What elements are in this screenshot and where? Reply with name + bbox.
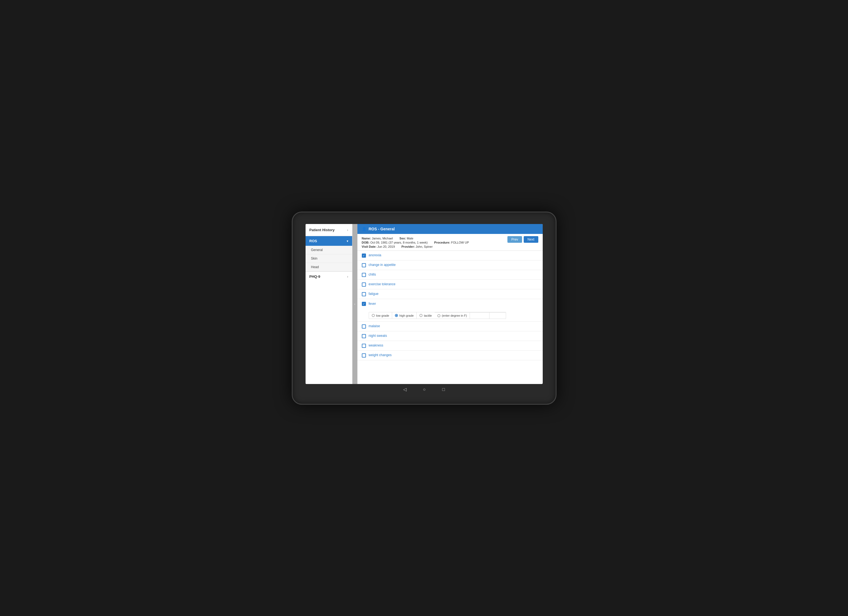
fever-options-row2: (enter degree in F) [434,312,506,319]
patient-history-arrow-icon: › [347,228,348,232]
degree-extra [489,313,506,319]
form-area: anorexia change in appetite chills exerc… [357,251,543,384]
main-title: ROS - General [369,227,395,231]
next-button[interactable]: Next [524,236,538,243]
checkbox-chills[interactable] [362,273,366,277]
nav-buttons-container: Prev Next [507,236,538,243]
title-prefix: ROS - [369,227,381,231]
fever-option-high-grade[interactable]: high grade [392,312,417,319]
dob-field: DOB: Oct 09, 1981 (37 years, 8 months, 1… [362,241,428,244]
user-icon: 👤 [362,227,366,231]
sidebar-sub-item-skin[interactable]: Skin [305,254,352,263]
patient-info-row1: Name: James, Michael Sex: Male Prev Next [362,237,538,240]
checkbox-anorexia[interactable] [362,254,366,258]
radio-low-grade[interactable] [372,314,375,317]
sex-value: Male [407,237,414,240]
sidebar-sub-item-general[interactable]: General [305,246,352,254]
name-label: Name: James, Michael [362,237,393,240]
dob-value: Oct 09, 1981 (37 years, 8 months, 1 week… [371,241,428,244]
label-anorexia[interactable]: anorexia [369,253,381,257]
radio-tactile[interactable] [420,314,423,317]
checkbox-weight-changes[interactable] [362,353,366,358]
degree-label: (enter degree in F) [442,314,467,317]
high-grade-label: high grade [399,314,414,317]
patient-history-label: Patient History [310,228,335,232]
radio-high-grade[interactable] [395,314,398,317]
sidebar: Patient History › ROS ▾ General Skin Hea… [305,224,353,384]
sex-field: Sex: Male [400,237,414,240]
phq9-arrow-icon: › [347,275,348,279]
patient-history-nav[interactable]: Patient History › [305,224,352,236]
label-weight-changes[interactable]: weight changes [369,353,391,357]
ros-label: ROS [310,239,317,243]
form-item-change-in-appetite: change in appetite [357,260,543,270]
low-grade-label: low grade [376,314,389,317]
degree-input[interactable] [471,314,488,317]
provider-value: John, Spiner [416,245,433,248]
main-header: 👤 ROS - General [357,224,543,234]
form-item-fever: fever low grade high grad [357,299,543,322]
prev-button[interactable]: Prev [507,236,522,243]
provider-field: Provider: John, Spiner [402,245,433,248]
label-exercise-tolerance[interactable]: exercise tolerance [369,282,396,286]
collapse-icon: ‹ [354,303,355,306]
sidebar-item-phq9[interactable]: PHQ-9 › [305,272,352,281]
checkbox-change-in-appetite[interactable] [362,263,366,267]
tablet-nav-bar: ◁ ○ □ [403,387,445,392]
checkbox-malaise[interactable] [362,324,366,328]
recents-button[interactable]: □ [442,387,445,392]
sidebar-sub-item-head[interactable]: Head [305,263,352,272]
form-item-fatigue: fatigue [357,289,543,299]
patient-info-row3: Visit Date: Jun 20, 2019 Provider: John,… [362,245,538,248]
fever-option-degree[interactable]: (enter degree in F) [434,313,470,319]
label-fatigue[interactable]: fatigue [369,292,379,296]
checkbox-night-sweats[interactable] [362,334,366,338]
patient-info-section: Name: James, Michael Sex: Male Prev Next… [357,234,543,251]
title-section: General [380,227,394,231]
name-value: James, Michael [372,237,393,240]
form-item-weakness: weakness [357,341,543,350]
home-button[interactable]: ○ [423,387,426,392]
label-weakness[interactable]: weakness [369,343,383,347]
label-change-in-appetite[interactable]: change in appetite [369,263,396,267]
tablet-frame: Patient History › ROS ▾ General Skin Hea… [292,212,556,405]
radio-degree[interactable] [437,314,440,317]
visit-field: Visit Date: Jun 20, 2019 [362,245,395,248]
tablet-screen: Patient History › ROS ▾ General Skin Hea… [305,224,543,384]
form-item-anorexia: anorexia [357,251,543,260]
sidebar-collapse-button[interactable]: ‹ [353,224,357,384]
checkbox-fatigue[interactable] [362,292,366,296]
label-chills[interactable]: chills [369,273,376,276]
fever-options-row1: low grade high grade tactile [369,312,434,319]
checkbox-fever[interactable] [362,302,366,306]
form-item-weight-changes: weight changes [357,350,543,360]
form-item-exercise-tolerance: exercise tolerance [357,280,543,289]
form-item-malaise: malaise [357,322,543,331]
tactile-label: tactile [424,314,432,317]
label-fever[interactable]: fever [369,302,376,306]
back-button[interactable]: ◁ [403,387,406,392]
visit-value: Jun 20, 2019 [377,245,395,248]
fever-option-low-grade[interactable]: low grade [369,312,393,319]
fever-option-tactile[interactable]: tactile [417,312,434,319]
phq9-label: PHQ-9 [310,275,320,279]
checkbox-weakness[interactable] [362,344,366,348]
procedure-value: FOLLOW UP [451,241,469,244]
form-item-night-sweats: night sweats [357,331,543,341]
label-night-sweats[interactable]: night sweats [369,334,387,338]
procedure-field: Procedure: FOLLOW UP [434,241,469,244]
fever-options: low grade high grade tactile [369,312,506,319]
checkbox-exercise-tolerance[interactable] [362,282,366,286]
ros-submenu: General Skin Head [305,246,352,272]
fever-options-container: low grade high grade tactile [369,310,506,319]
ros-arrow-icon: ▾ [347,239,348,243]
degree-input-container[interactable] [470,313,489,319]
main-content: 👤 ROS - General Name: James, Michael Sex… [357,224,543,384]
form-item-chills: chills [357,270,543,280]
sidebar-item-ros[interactable]: ROS ▾ [305,236,352,246]
label-malaise[interactable]: malaise [369,324,380,328]
